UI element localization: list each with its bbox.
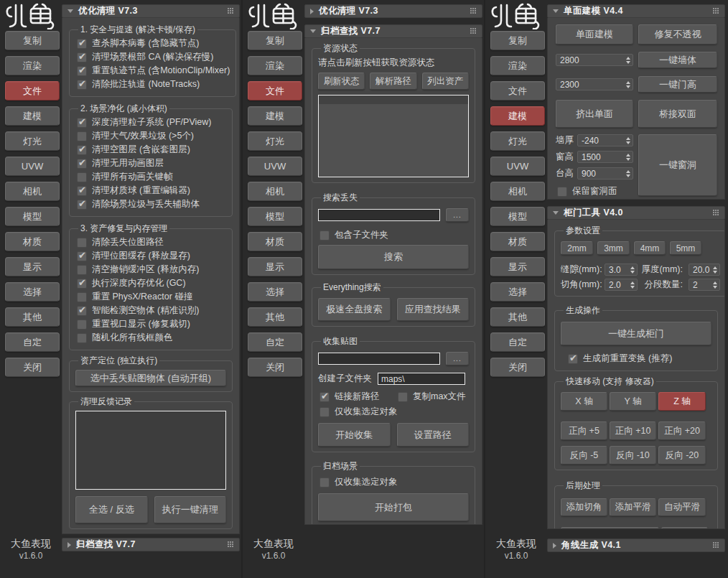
cleanup-option[interactable]: 智能检测空物体 (精准识别) bbox=[75, 304, 226, 317]
run-one-click-cleanup-button[interactable]: 执行一键清理 bbox=[154, 496, 227, 523]
rollout-drag-handle-icon[interactable] bbox=[470, 28, 477, 34]
cleanup-option[interactable]: 清理场景根部 CA (解决保存慢) bbox=[75, 50, 230, 64]
wall-thickness-spinner[interactable]: -240 bbox=[577, 134, 633, 146]
rollout-expanded-arrow-icon[interactable] bbox=[67, 9, 73, 13]
select-missing-map-objects-button[interactable]: 选中丢失贴图物体 (自动开组) bbox=[75, 370, 226, 386]
sidebar-item[interactable]: 灯光 bbox=[490, 131, 545, 151]
post-process-button[interactable]: 添加切角 bbox=[561, 498, 607, 516]
sidebar-item[interactable]: 选择 bbox=[5, 282, 60, 302]
sidebar-item[interactable]: UVW bbox=[490, 157, 545, 176]
checkbox[interactable] bbox=[77, 279, 87, 289]
checkbox[interactable] bbox=[77, 186, 87, 196]
checkbox[interactable] bbox=[568, 354, 578, 364]
axis-button[interactable]: X 轴 bbox=[561, 392, 607, 411]
sidebar-item[interactable]: UVW bbox=[5, 157, 60, 176]
checkbox[interactable] bbox=[319, 392, 330, 402]
list-assets-button[interactable]: 列出资产 bbox=[422, 73, 469, 90]
checkbox[interactable] bbox=[319, 407, 330, 417]
browse-search-path-button[interactable]: ... bbox=[446, 208, 469, 222]
checkbox[interactable] bbox=[557, 187, 567, 197]
checkbox[interactable] bbox=[77, 172, 87, 182]
checkbox[interactable] bbox=[398, 392, 408, 402]
checkbox[interactable] bbox=[77, 80, 87, 90]
fix-opacity-button[interactable]: 修复不透视 bbox=[638, 24, 717, 45]
sidebar-item[interactable]: 相机 bbox=[248, 182, 302, 201]
post-process-button[interactable]: 添加平滑 bbox=[610, 498, 656, 516]
select-all-invert-button[interactable]: 全选 / 反选 bbox=[75, 496, 148, 523]
resource-status-listbox[interactable] bbox=[318, 95, 469, 177]
chamfer-spinner[interactable]: 2.0 bbox=[605, 279, 638, 291]
rollout-collapsed-arrow-icon[interactable] bbox=[553, 543, 556, 549]
sidebar-item[interactable]: 选择 bbox=[248, 282, 302, 302]
checkbox[interactable] bbox=[77, 251, 87, 261]
sidebar-item[interactable]: 其他 bbox=[490, 307, 545, 327]
cleanup-option[interactable]: 重置轨迹节点 (含MotionClip/Mixer) bbox=[75, 64, 230, 78]
checkbox[interactable] bbox=[77, 292, 87, 302]
sidebar-item[interactable]: 灯光 bbox=[248, 131, 302, 151]
sidebar-item[interactable]: 文件 bbox=[248, 81, 302, 101]
sill-height-spinner[interactable]: 900 bbox=[577, 167, 633, 180]
sidebar-item[interactable]: 灯光 bbox=[5, 131, 60, 151]
sidebar-item[interactable]: 其他 bbox=[248, 307, 302, 327]
link-new-path-option[interactable]: 链接新路径 bbox=[318, 390, 391, 404]
sidebar-item[interactable]: 自定 bbox=[248, 332, 302, 352]
sidebar-item[interactable]: 关闭 bbox=[490, 358, 545, 377]
checkbox[interactable] bbox=[77, 66, 87, 76]
checkbox[interactable] bbox=[319, 477, 330, 488]
sidebar-item[interactable]: 相机 bbox=[490, 182, 545, 201]
rollout-header-single-face[interactable]: 单面建模 V4.4 bbox=[547, 4, 725, 18]
window-height-spinner[interactable]: 1500 bbox=[577, 151, 633, 163]
resolve-paths-button[interactable]: 解析路径 bbox=[370, 73, 416, 90]
cleanup-option[interactable]: 清除丢失位图路径 bbox=[75, 236, 226, 249]
rollout-drag-handle-icon[interactable] bbox=[713, 210, 719, 216]
rollout-expanded-arrow-icon[interactable] bbox=[310, 29, 316, 33]
door-height-spinner[interactable]: 2300 bbox=[556, 78, 633, 90]
move-positive-button[interactable]: 正向 +5 bbox=[561, 421, 607, 440]
checkbox[interactable] bbox=[77, 118, 87, 128]
checkbox[interactable] bbox=[77, 200, 87, 210]
start-collect-button[interactable]: 开始收集 bbox=[318, 423, 391, 447]
checkbox[interactable] bbox=[77, 320, 87, 330]
spinner-arrows-icon[interactable] bbox=[624, 135, 633, 146]
cleanup-option[interactable]: 清理位图缓存 (释放显存) bbox=[75, 249, 226, 263]
move-negative-button[interactable]: 反向 -10 bbox=[610, 446, 656, 465]
gap-preset-button[interactable]: 2mm bbox=[561, 241, 593, 255]
listbox-selected-row[interactable] bbox=[319, 95, 468, 104]
rollout-drag-handle-icon[interactable] bbox=[228, 541, 234, 548]
rollout-collapsed-arrow-icon[interactable] bbox=[310, 9, 314, 14]
spinner-arrows-icon[interactable] bbox=[628, 279, 637, 290]
single-face-modeling-button[interactable]: 单面建模 bbox=[556, 24, 633, 45]
sidebar-item[interactable]: 复制 bbox=[490, 31, 545, 50]
sidebar-item[interactable]: 关闭 bbox=[5, 358, 60, 377]
cancel-smooth-button[interactable]: 取消平滑 bbox=[661, 527, 708, 529]
extrude-single-face-button[interactable]: 挤出单面 bbox=[556, 100, 633, 128]
thickness-spinner[interactable]: 20.0 bbox=[689, 264, 720, 276]
checkbox[interactable] bbox=[77, 159, 87, 169]
segments-spinner[interactable]: 2 bbox=[689, 279, 720, 291]
rollout-drag-handle-icon[interactable] bbox=[713, 8, 719, 14]
cleanup-option[interactable]: 清空撤销缓冲区 (释放内存) bbox=[75, 263, 226, 276]
gap-preset-button[interactable]: 5mm bbox=[670, 241, 701, 255]
sidebar-item[interactable]: 渲染 bbox=[248, 56, 302, 75]
collect-only-selected-option[interactable]: 仅收集选定对象 bbox=[318, 405, 469, 419]
checkbox[interactable] bbox=[77, 131, 87, 141]
rollout-drag-handle-icon[interactable] bbox=[228, 8, 234, 14]
cleanup-option[interactable]: 执行深度内存优化 (GC) bbox=[75, 276, 226, 290]
cleanup-option[interactable]: 清除场景垃圾与丢失辅助体 bbox=[75, 197, 226, 211]
refresh-status-button[interactable]: 刷新状态 bbox=[318, 73, 365, 90]
rollout-header-corner-line-collapsed[interactable]: 角线生成 V4.1 bbox=[547, 539, 725, 552]
sidebar-item[interactable]: 自定 bbox=[490, 332, 545, 352]
sidebar-item[interactable]: 材质 bbox=[248, 232, 302, 251]
sidebar-item[interactable]: 显示 bbox=[5, 257, 60, 276]
rollout-expanded-arrow-icon[interactable] bbox=[553, 211, 559, 215]
rollout-header-archive[interactable]: 归档查找 V7.7 bbox=[304, 24, 482, 38]
search-path-input[interactable] bbox=[318, 209, 440, 221]
move-positive-button[interactable]: 正向 +10 bbox=[610, 421, 656, 440]
sidebar-item[interactable]: 模型 bbox=[248, 207, 302, 226]
axis-button[interactable]: Y 轴 bbox=[610, 392, 656, 411]
rollout-header-archive-collapsed[interactable]: 归档查找 V7.7 bbox=[62, 538, 240, 551]
reset-transform-option[interactable]: 生成前重置变换 (推荐) bbox=[561, 352, 711, 365]
gap-preset-button[interactable]: 4mm bbox=[634, 241, 666, 255]
copy-max-file-option[interactable]: 复制max文件 bbox=[396, 390, 469, 404]
rollout-drag-handle-icon[interactable] bbox=[470, 8, 477, 14]
